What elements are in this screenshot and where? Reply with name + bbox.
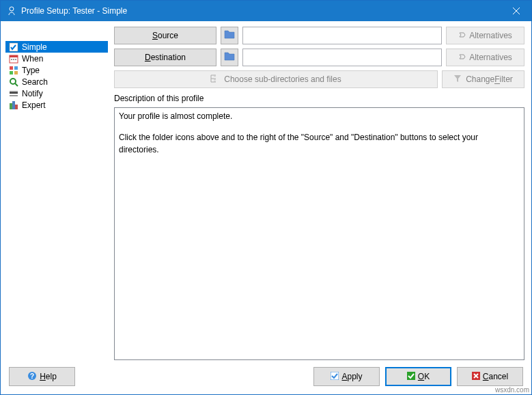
sidebar-item-search[interactable]: Search	[5, 76, 108, 87]
ok-button[interactable]: OK	[385, 367, 451, 386]
help-icon: ?	[27, 371, 37, 383]
svg-rect-19	[214, 78, 216, 80]
description-box: Your profile is almost complete. Click t…	[114, 107, 524, 360]
cancel-button[interactable]: Cancel	[457, 367, 523, 386]
choose-sub-button[interactable]: Choose sub-directories and files	[114, 70, 438, 88]
alternatives-label: Alternatives	[469, 31, 512, 40]
svg-rect-4	[11, 59, 12, 60]
sidebar-item-label: Simple	[22, 42, 47, 52]
folder-icon	[224, 51, 235, 64]
search-icon	[8, 77, 19, 87]
content-area: Simple When Type Search Notify	[1, 21, 531, 360]
check-icon	[8, 42, 19, 53]
close-button[interactable]	[501, 1, 531, 21]
svg-text:?: ?	[30, 372, 34, 380]
svg-rect-15	[10, 103, 12, 109]
sidebar-item-type[interactable]: Type	[5, 64, 108, 76]
filter-icon	[453, 74, 462, 85]
sidebar-item-label: Notify	[22, 89, 43, 98]
cancel-icon	[472, 372, 480, 382]
ok-icon	[407, 372, 415, 382]
watermark: wsxdn.com	[495, 386, 529, 394]
change-filter-button[interactable]: Change Filter	[442, 70, 524, 88]
titlebar: Profile Setup: Tester - Simple	[1, 1, 531, 21]
choose-sub-label: Choose sub-directories and files	[224, 74, 341, 84]
source-alternatives-button[interactable]: Alternatives	[446, 27, 524, 44]
description-label: Description of this profile	[114, 94, 524, 103]
svg-point-11	[10, 79, 16, 84]
footer: ? Help Apply OK Cancel	[1, 360, 531, 394]
svg-rect-3	[10, 55, 18, 57]
destination-button[interactable]: Destination	[114, 49, 216, 66]
expert-icon	[8, 100, 19, 111]
window-title: Profile Setup: Tester - Simple	[21, 6, 501, 16]
destination-row: Destination Alternatives	[114, 49, 524, 66]
destination-path-input[interactable]	[242, 49, 442, 66]
svg-point-0	[10, 7, 14, 11]
destination-alternatives-button[interactable]: Alternatives	[446, 49, 524, 66]
svg-rect-8	[14, 66, 18, 70]
svg-rect-17	[15, 105, 18, 109]
alternatives-icon	[458, 31, 466, 40]
sub-filter-row: Choose sub-directories and files Change …	[114, 70, 524, 88]
source-folder-button[interactable]	[221, 27, 238, 44]
sidebar-item-label: When	[22, 54, 43, 64]
source-button[interactable]: Source	[114, 27, 216, 44]
sidebar-item-label: Search	[22, 77, 48, 87]
svg-rect-13	[10, 91, 18, 92]
svg-rect-5	[13, 59, 14, 60]
sidebar-item-expert[interactable]: Expert	[5, 99, 108, 111]
sidebar: Simple When Type Search Notify	[5, 27, 109, 360]
svg-rect-14	[10, 95, 18, 96]
folder-icon	[224, 29, 235, 42]
app-icon	[6, 5, 17, 16]
sidebar-item-label: Type	[22, 66, 40, 75]
svg-rect-16	[12, 101, 15, 109]
sidebar-item-simple[interactable]: Simple	[5, 41, 108, 53]
svg-rect-10	[14, 71, 18, 74]
svg-rect-24	[407, 372, 415, 380]
apply-icon	[331, 372, 339, 382]
description-line2: Click the folder icons above and to the …	[119, 132, 520, 156]
svg-rect-12	[10, 92, 18, 94]
sidebar-item-when[interactable]: When	[5, 53, 108, 64]
destination-folder-button[interactable]	[221, 49, 238, 66]
alternatives-label: Alternatives	[469, 53, 512, 62]
svg-rect-6	[15, 59, 16, 60]
source-path-input[interactable]	[242, 27, 442, 44]
svg-rect-23	[331, 372, 339, 380]
tree-icon	[210, 74, 220, 85]
description-line1: Your profile is almost complete.	[119, 111, 520, 122]
source-row: Source Alternatives	[114, 27, 524, 44]
help-button[interactable]: ? Help	[9, 367, 75, 386]
sidebar-item-notify[interactable]: Notify	[5, 87, 108, 99]
svg-rect-18	[214, 74, 216, 77]
main-panel: Source Alternatives Destination Alternat…	[114, 27, 524, 360]
apply-button[interactable]: Apply	[313, 367, 380, 386]
calendar-icon	[8, 53, 19, 64]
sidebar-item-label: Expert	[22, 100, 46, 110]
svg-rect-9	[10, 71, 13, 74]
alternatives-icon	[458, 53, 466, 62]
blocks-icon	[8, 65, 19, 76]
notify-icon	[8, 88, 19, 99]
svg-rect-7	[10, 66, 13, 70]
svg-rect-20	[214, 81, 216, 83]
